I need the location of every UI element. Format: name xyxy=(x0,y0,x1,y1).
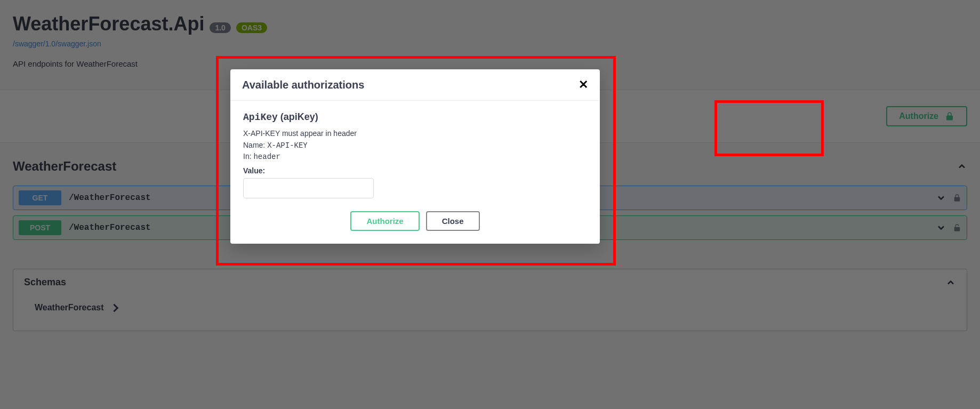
authorizations-modal: Available authorizations ✕ ApiKey (apiKe… xyxy=(230,69,600,244)
auth-value-label: Value: xyxy=(243,166,587,175)
auth-in-value: header xyxy=(253,153,280,161)
auth-description: X-API-KEY must appear in header xyxy=(243,129,587,138)
auth-name-value: X-API-KEY xyxy=(267,141,308,150)
modal-close-button[interactable]: Close xyxy=(426,211,480,231)
auth-name-row: Name: X-API-KEY xyxy=(243,141,587,150)
auth-in-row: In: header xyxy=(243,152,587,161)
auth-name-label: Name: xyxy=(243,141,265,149)
auth-scheme-heading: ApiKey (apiKey) xyxy=(243,111,587,123)
auth-value-input[interactable] xyxy=(243,178,374,198)
modal-title: Available authorizations xyxy=(242,79,364,91)
auth-scheme-type: (apiKey) xyxy=(280,111,318,122)
modal-body: ApiKey (apiKey) X-API-KEY must appear in… xyxy=(230,101,600,244)
modal-authorize-button[interactable]: Authorize xyxy=(350,211,419,231)
modal-actions: Authorize Close xyxy=(243,211,587,231)
modal-header: Available authorizations ✕ xyxy=(230,69,600,101)
auth-scheme-name: ApiKey xyxy=(243,112,278,123)
auth-in-label: In: xyxy=(243,152,252,161)
close-icon[interactable]: ✕ xyxy=(579,78,588,92)
